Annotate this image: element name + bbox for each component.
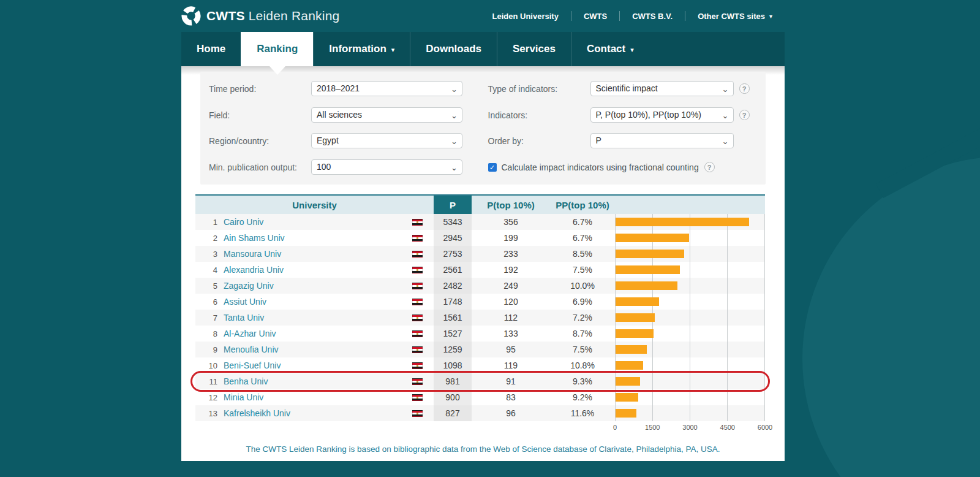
university-link[interactable]: Assiut Univ xyxy=(224,297,266,307)
rank-number: 13 xyxy=(195,409,217,418)
pp-top10-cell: 6.7% xyxy=(550,214,615,230)
university-link[interactable]: Al-Azhar Univ xyxy=(224,329,276,338)
footer-note: The CWTS Leiden Ranking is based on bibl… xyxy=(181,445,785,454)
p-bar xyxy=(616,297,659,306)
cwts-logo-icon xyxy=(181,6,201,26)
table-row: 5Zagazig Univ248224910.0% xyxy=(195,278,765,294)
top-link-cwts-b-v-[interactable]: CWTS B.V. xyxy=(620,12,685,21)
chart-cell xyxy=(615,278,765,294)
nav-tab-ranking[interactable]: Ranking xyxy=(241,32,313,66)
nav-tab-information[interactable]: Information▾ xyxy=(313,32,410,66)
filter-label: Time period: xyxy=(209,84,311,94)
nav-tab-home[interactable]: Home xyxy=(181,32,241,66)
nav-tab-label: Services xyxy=(513,32,556,66)
p-top10-cell: 91 xyxy=(472,373,550,389)
filter-select-value: All sciences xyxy=(317,110,362,120)
top-link-label: CWTS B.V. xyxy=(632,12,673,21)
filter-row-type-of-indicators-: Type of indicators:Scientific impact⌄? xyxy=(483,81,766,96)
chart-cell xyxy=(615,262,765,278)
help-icon[interactable]: ? xyxy=(739,110,750,120)
main-navigation: HomeRankingInformation▾DownloadsServices… xyxy=(181,32,785,66)
egypt-flag-icon xyxy=(412,362,423,369)
university-link[interactable]: Zagazig Univ xyxy=(224,281,274,291)
nav-tab-label: Ranking xyxy=(257,32,298,66)
university-link[interactable]: Minia Univ xyxy=(224,392,263,402)
p-value-cell: 2561 xyxy=(434,262,472,278)
column-header-p-top10[interactable]: P(top 10%) xyxy=(472,196,550,214)
pp-top10-cell: 8.7% xyxy=(550,326,615,342)
filter-select-value: Scientific impact xyxy=(596,83,658,93)
p-top10-cell: 192 xyxy=(472,262,550,278)
nav-tab-contact[interactable]: Contact▾ xyxy=(571,32,649,66)
p-bar xyxy=(616,329,654,338)
fractional-counting-checkbox[interactable]: ✓ xyxy=(488,163,497,172)
egypt-flag-icon xyxy=(412,410,423,417)
p-value-cell: 2753 xyxy=(434,246,472,262)
p-bar xyxy=(616,281,677,290)
nav-tab-downloads[interactable]: Downloads xyxy=(410,32,497,66)
chevron-down-icon: ⌄ xyxy=(451,161,458,175)
filter-select-value: P xyxy=(596,135,601,145)
filter-select-right-0[interactable]: Scientific impact⌄ xyxy=(590,81,734,96)
caret-down-icon: ▾ xyxy=(630,32,634,67)
university-link[interactable]: Alexandria Univ xyxy=(224,265,284,275)
top-link-label: Leiden University xyxy=(492,12,559,21)
column-header-university[interactable]: University xyxy=(195,196,434,214)
university-cell: 2Ain Shams Univ xyxy=(195,230,434,246)
p-top10-cell: 199 xyxy=(472,230,550,246)
university-cell: 9Menoufia Univ xyxy=(195,342,434,357)
university-link[interactable]: Benha Univ xyxy=(224,376,268,386)
p-top10-cell: 95 xyxy=(472,342,550,357)
caret-down-icon: ▾ xyxy=(769,13,772,20)
filter-select-value: 100 xyxy=(317,162,331,172)
brand-logo[interactable]: CWTS Leiden Ranking xyxy=(181,6,339,26)
university-link[interactable]: Ain Shams Univ xyxy=(224,233,285,243)
university-link[interactable]: Tanta Univ xyxy=(224,313,264,322)
top-link-cwts[interactable]: CWTS xyxy=(571,12,619,21)
p-value-cell: 1561 xyxy=(434,310,472,326)
filter-select-right-2[interactable]: P⌄ xyxy=(590,133,734,148)
egypt-flag-icon xyxy=(412,219,423,226)
filter-select-left-1[interactable]: All sciences⌄ xyxy=(311,107,462,123)
filter-select-right-1[interactable]: P, P(top 10%), PP(top 10%)⌄ xyxy=(590,107,734,123)
filter-select-left-0[interactable]: 2018–2021⌄ xyxy=(311,81,462,96)
p-value-cell: 981 xyxy=(434,373,472,389)
top-link-other-cwts-sites[interactable]: Other CWTS sites▾ xyxy=(685,12,785,21)
university-link[interactable]: Kafrelsheikh Univ xyxy=(224,408,290,418)
university-link[interactable]: Menoufia Univ xyxy=(224,345,279,354)
university-cell: 6Assiut Univ xyxy=(195,294,434,310)
pp-top10-cell: 6.7% xyxy=(550,230,615,246)
checkbox-checkmark-icon: ✓ xyxy=(489,164,495,171)
p-value-cell: 5343 xyxy=(434,214,472,230)
help-icon[interactable]: ? xyxy=(704,162,715,172)
pp-top10-cell: 9.3% xyxy=(550,373,615,389)
pp-top10-cell: 11.6% xyxy=(550,405,615,421)
filter-select-left-3[interactable]: 100⌄ xyxy=(311,159,462,175)
chevron-down-icon: ⌄ xyxy=(722,82,729,96)
chart-cell xyxy=(615,342,765,357)
p-bar xyxy=(616,313,655,322)
university-link[interactable]: Beni-Suef Univ xyxy=(224,361,281,370)
university-cell: 7Tanta Univ xyxy=(195,310,434,326)
rank-number: 5 xyxy=(195,281,217,291)
p-value-cell: 2482 xyxy=(434,278,472,294)
top-link-leiden-university[interactable]: Leiden University xyxy=(480,12,571,21)
filter-label: Type of indicators: xyxy=(488,84,590,94)
filter-select-left-2[interactable]: Egypt⌄ xyxy=(311,133,462,148)
p-value-cell: 827 xyxy=(434,405,472,421)
p-bar xyxy=(616,234,689,242)
filter-label: Field: xyxy=(209,110,311,120)
p-value-cell: 1098 xyxy=(434,357,472,373)
university-link[interactable]: Cairo Univ xyxy=(224,217,263,227)
filter-label: Order by: xyxy=(488,136,590,146)
chevron-down-icon: ⌄ xyxy=(451,134,458,148)
help-icon[interactable]: ? xyxy=(739,83,750,94)
column-header-pp-top10[interactable]: PP(top 10%) xyxy=(550,196,615,214)
nav-tab-services[interactable]: Services xyxy=(497,32,571,66)
egypt-flag-icon xyxy=(412,394,423,401)
table-header-row: University P P(top 10%) PP(top 10%) xyxy=(195,194,765,214)
p-top10-cell: 356 xyxy=(472,214,550,230)
university-cell: 10Beni-Suef Univ xyxy=(195,357,434,373)
column-header-p[interactable]: P xyxy=(434,196,472,214)
university-link[interactable]: Mansoura Univ xyxy=(224,249,281,259)
